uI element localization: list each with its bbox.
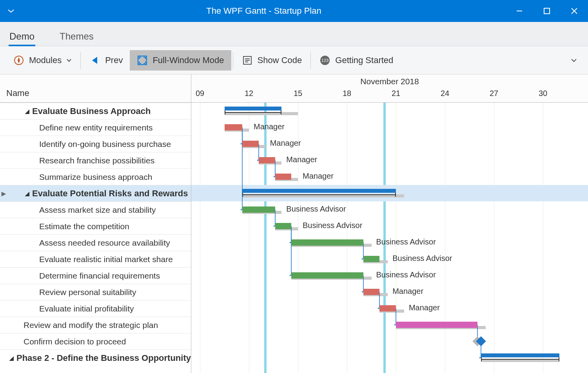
chart-row xyxy=(191,185,588,201)
timeline-header: November 2018 0912151821242730 xyxy=(191,74,588,103)
task-row[interactable]: Determine financial requirements xyxy=(0,267,191,284)
resource-label: Manager xyxy=(409,303,440,312)
resource-label: Manager xyxy=(286,155,317,164)
summary-frame xyxy=(481,359,559,360)
chart-row xyxy=(191,333,588,349)
window-controls xyxy=(506,0,588,22)
summary-bar[interactable] xyxy=(225,107,282,110)
task-bar[interactable] xyxy=(363,289,380,295)
show-code-button[interactable]: Show Code xyxy=(235,50,309,71)
full-window-mode-button[interactable]: Full-Window Mode xyxy=(130,50,231,71)
show-code-label: Show Code xyxy=(258,55,302,65)
task-bar[interactable] xyxy=(275,174,292,180)
task-bar[interactable] xyxy=(225,124,243,130)
task-name: Confirm decision to proceed xyxy=(24,337,126,346)
svg-rect-1 xyxy=(544,8,550,14)
resource-label: Business Advisor xyxy=(376,237,436,246)
app-menu-dropdown[interactable] xyxy=(0,9,22,13)
task-name: Evaluate Business Approach xyxy=(32,106,151,116)
task-row[interactable]: Confirm decision to proceed xyxy=(0,333,191,349)
tab-themes[interactable]: Themes xyxy=(59,26,94,46)
task-bar[interactable] xyxy=(291,239,363,246)
prev-button[interactable]: Prev xyxy=(82,50,130,71)
task-row[interactable]: Review and modify the strategic plan xyxy=(0,317,191,333)
row-indicator-icon: ▶ xyxy=(2,190,6,197)
getting-started-button[interactable]: 123 Getting Started xyxy=(312,50,400,71)
close-button[interactable] xyxy=(561,0,588,22)
chart-row: Manager xyxy=(191,168,588,185)
task-name: Assess needed resource availability xyxy=(39,238,170,248)
maximize-button[interactable] xyxy=(533,0,561,22)
chart-row: Business Advisor xyxy=(191,267,588,284)
minimize-button[interactable] xyxy=(506,0,533,22)
expand-icon[interactable]: ◢ xyxy=(24,190,31,197)
chart-row xyxy=(191,317,588,333)
task-row[interactable]: Assess needed resource availability xyxy=(0,234,191,251)
chart-row: Business Advisor xyxy=(191,218,588,234)
task-row[interactable]: Summarize business approach xyxy=(0,168,191,185)
tab-bar: Demo Themes xyxy=(0,22,588,46)
chart-row: Manager xyxy=(191,152,588,168)
task-bar[interactable] xyxy=(259,157,275,163)
task-row[interactable]: Identify on-going business purchase xyxy=(0,136,191,152)
minimize-icon xyxy=(516,7,523,14)
task-bar[interactable] xyxy=(363,256,380,262)
task-row[interactable]: Assess market size and stability xyxy=(0,201,191,218)
gantt-container: Name ◢Evaluate Business ApproachDefine n… xyxy=(0,74,588,373)
task-name: Identify on-going business purchase xyxy=(39,139,171,149)
numbers-icon: 123 xyxy=(319,55,330,66)
window-title: The WPF Gantt - Startup Plan xyxy=(22,6,506,16)
task-row[interactable]: Evaluate realistic initial market share xyxy=(0,251,191,267)
toolbar-overflow-button[interactable] xyxy=(566,56,582,65)
day-label: 12 xyxy=(245,89,253,98)
maximize-icon xyxy=(543,7,550,14)
task-name: Evaluate realistic initial market share xyxy=(39,255,173,264)
chart-row: Business Advisor xyxy=(191,251,588,267)
summary-frame xyxy=(225,112,282,113)
task-bar[interactable] xyxy=(242,206,275,213)
title-bar: The WPF Gantt - Startup Plan xyxy=(0,0,588,22)
expand-icon[interactable]: ◢ xyxy=(24,108,31,114)
expand-icon[interactable]: ◢ xyxy=(8,355,15,361)
grid-column-header[interactable]: Name xyxy=(0,74,191,103)
resource-label: Business Advisor xyxy=(376,270,436,279)
task-name: Define new entity requirements xyxy=(39,123,152,132)
svg-marker-5 xyxy=(18,57,20,63)
toolbar-separator xyxy=(310,52,311,69)
summary-row[interactable]: ◢Evaluate Business Approach xyxy=(0,103,191,119)
toolbar-separator xyxy=(80,52,81,69)
task-name: Estimate the competition xyxy=(39,222,129,231)
resource-label: Business Advisor xyxy=(303,221,362,230)
task-bar[interactable] xyxy=(396,322,477,328)
task-bar[interactable] xyxy=(275,223,292,229)
task-row[interactable]: Evaluate initial profitability xyxy=(0,300,191,317)
task-row[interactable]: Estimate the competition xyxy=(0,218,191,234)
modules-dropdown[interactable]: Modules xyxy=(6,50,79,71)
close-icon xyxy=(571,7,578,14)
task-name: Determine financial requirements xyxy=(39,271,160,281)
compass-icon xyxy=(13,55,24,66)
task-name: Evaluate Potential Risks and Rewards xyxy=(32,188,188,199)
modules-label: Modules xyxy=(29,55,62,65)
chevron-down-icon xyxy=(66,58,72,62)
task-name: Summarize business approach xyxy=(39,172,152,182)
summary-bar[interactable] xyxy=(481,353,559,357)
tab-demo[interactable]: Demo xyxy=(9,26,35,46)
task-row[interactable]: Define new entity requirements xyxy=(0,119,191,136)
summary-bar[interactable] xyxy=(242,189,396,193)
task-bar[interactable] xyxy=(379,305,396,311)
task-row[interactable]: Research franchise possibilities xyxy=(0,152,191,168)
task-row[interactable]: Review personal suitability xyxy=(0,284,191,300)
summary-row[interactable]: ▶◢Evaluate Potential Risks and Rewards xyxy=(0,185,191,201)
day-label: 30 xyxy=(539,89,547,98)
fullscreen-icon xyxy=(137,55,148,66)
chart-row: Manager xyxy=(191,136,588,152)
chart-body[interactable]: ManagerManagerManagerManagerBusiness Adv… xyxy=(191,103,588,373)
prev-label: Prev xyxy=(105,55,123,65)
gantt-chart[interactable]: November 2018 0912151821242730 ManagerMa… xyxy=(191,74,588,373)
toolbar: Modules Prev Full-Window Mode Show Code … xyxy=(0,46,588,74)
task-bar[interactable] xyxy=(291,272,363,279)
summary-row[interactable]: ◢Phase 2 - Define the Business Opportuni… xyxy=(0,349,191,366)
task-bar[interactable] xyxy=(242,141,259,147)
day-label: 15 xyxy=(294,89,302,98)
